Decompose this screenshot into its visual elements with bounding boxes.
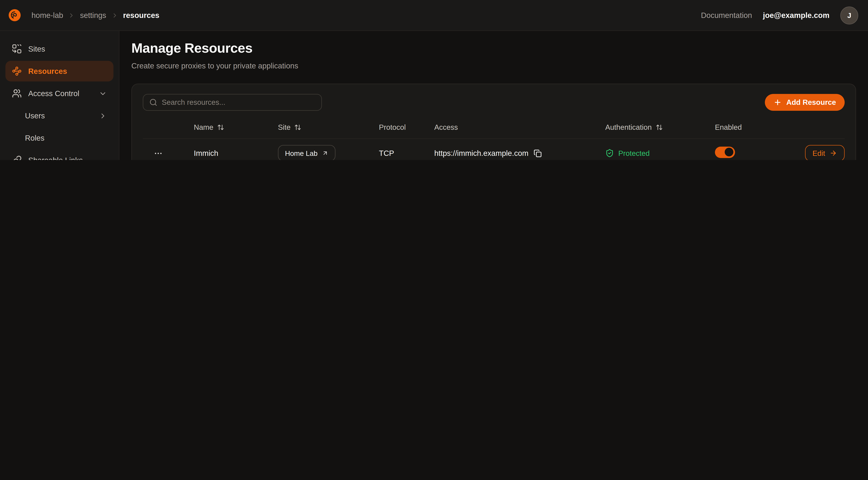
sidebar-item-label: Shareable Links — [28, 156, 83, 160]
chevron-right-icon — [68, 12, 75, 19]
shield-check-icon — [605, 149, 614, 157]
resource-name: Immich — [194, 149, 278, 157]
search-input[interactable] — [162, 98, 315, 107]
sort-arrows-icon — [656, 124, 663, 131]
sort-arrows-icon — [294, 124, 302, 131]
search-icon — [149, 98, 157, 107]
breadcrumb-current: resources — [123, 11, 159, 20]
pangolin-logo-icon[interactable] — [8, 8, 22, 22]
chevron-down-icon — [99, 89, 107, 97]
sidebar-item-label: Roles — [25, 133, 44, 142]
sidebar-item-sites[interactable]: Sites — [5, 38, 114, 59]
copy-icon — [533, 149, 541, 157]
sort-arrows-icon — [217, 124, 224, 131]
table-header: Name Site Protocol Access Authentication… — [143, 116, 845, 139]
sidebar-item-resources[interactable]: Resources — [5, 61, 114, 82]
users-icon — [12, 89, 22, 98]
page-subtitle: Create secure proxies to your private ap… — [131, 60, 856, 71]
app-root: home-lab settings resources Documentatio… — [0, 0, 868, 160]
ellipsis-icon — [153, 149, 163, 158]
site-link-button[interactable]: Home Lab — [278, 145, 336, 160]
link-icon — [12, 155, 22, 160]
chevron-right-icon — [99, 112, 107, 120]
resource-protocol: TCP — [379, 149, 434, 157]
auth-status: Protected — [605, 149, 715, 157]
copy-button[interactable] — [533, 149, 541, 157]
column-header-access: Access — [434, 123, 605, 131]
sidebar-item-users[interactable]: Users — [5, 106, 114, 126]
page-title: Manage Resources — [131, 40, 856, 56]
edit-button[interactable]: Edit — [805, 145, 845, 160]
breadcrumb: home-lab settings resources — [31, 11, 159, 20]
column-header-name[interactable]: Name — [194, 123, 278, 131]
plus-icon — [774, 98, 782, 107]
sidebar: Sites Resources Access Control Users — [0, 31, 119, 160]
sidebar-item-access-control[interactable]: Access Control — [5, 83, 114, 104]
sidebar-item-label: Sites — [28, 44, 45, 53]
arrow-up-right-icon — [322, 150, 329, 156]
documentation-link[interactable]: Documentation — [701, 11, 752, 20]
column-header-enabled: Enabled — [715, 123, 789, 131]
auth-status-label: Protected — [618, 149, 650, 157]
enabled-toggle[interactable] — [715, 146, 735, 158]
combine-icon — [12, 44, 22, 54]
waypoints-icon — [12, 66, 22, 76]
sidebar-item-label: Users — [25, 111, 45, 120]
topbar: home-lab settings resources Documentatio… — [0, 0, 868, 31]
user-email[interactable]: joe@example.com — [763, 11, 830, 20]
column-header-site[interactable]: Site — [278, 123, 379, 131]
table-row: Immich Home Lab TCP https://immich.examp… — [143, 139, 845, 160]
breadcrumb-settings[interactable]: settings — [80, 11, 106, 20]
row-menu-button[interactable] — [150, 146, 165, 160]
column-header-protocol: Protocol — [379, 123, 434, 131]
breadcrumb-org[interactable]: home-lab — [31, 11, 63, 20]
sidebar-item-roles[interactable]: Roles — [5, 128, 114, 148]
column-header-authentication[interactable]: Authentication — [605, 123, 715, 131]
sidebar-item-shareable-links[interactable]: Shareable Links — [5, 150, 114, 160]
search-box — [143, 94, 322, 111]
avatar[interactable]: J — [840, 6, 858, 24]
add-resource-button[interactable]: Add Resource — [765, 94, 845, 111]
chevron-right-icon — [111, 12, 118, 19]
resource-access-url: https://immich.example.com — [434, 149, 529, 157]
arrow-right-icon — [830, 149, 837, 157]
sidebar-item-label: Resources — [28, 67, 67, 76]
sidebar-item-label: Access Control — [28, 89, 79, 98]
main-content: Manage Resources Create secure proxies t… — [119, 31, 868, 160]
resources-card: Add Resource Name Site Protocol Acce — [131, 84, 856, 160]
